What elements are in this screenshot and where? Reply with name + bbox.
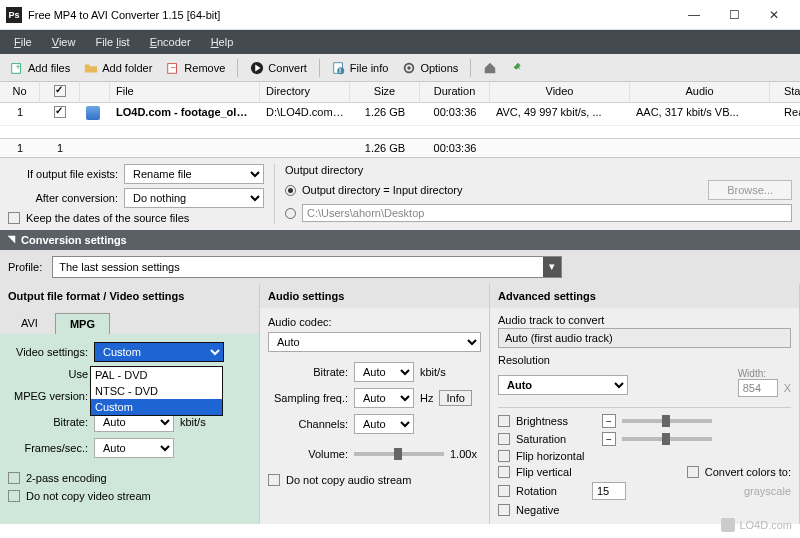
outdir-custom-radio[interactable] [285, 208, 296, 219]
tab-mpg[interactable]: MPG [55, 313, 110, 335]
audio-panel-header: Audio settings [260, 284, 489, 308]
menu-encoder[interactable]: Encoder [140, 32, 201, 52]
col-dir[interactable]: Directory [260, 82, 350, 102]
menu-file[interactable]: File [4, 32, 42, 52]
flip-h-checkbox[interactable] [498, 450, 510, 462]
convert-button[interactable]: Convert [244, 58, 313, 78]
checkbox-icon[interactable] [54, 85, 66, 97]
fps-select[interactable]: Auto [94, 438, 174, 458]
grayscale-label: grayscale [744, 485, 791, 497]
flip-h-label: Flip horizontal [516, 450, 584, 462]
folder-icon [84, 61, 98, 75]
rotation-checkbox[interactable] [498, 485, 510, 497]
video-bitrate-unit: kbit/s [180, 416, 206, 428]
col-file[interactable]: File [110, 82, 260, 102]
dropdown-option[interactable]: Custom [91, 399, 222, 415]
minus-icon[interactable]: − [602, 414, 616, 428]
menu-view[interactable]: View [42, 32, 86, 52]
saturation-slider[interactable] [622, 437, 712, 441]
after-conv-select[interactable]: Do nothing [124, 188, 264, 208]
options-button[interactable]: Options [396, 58, 464, 78]
add-files-button[interactable]: + Add files [4, 58, 76, 78]
table-footer: 1 1 1.26 GB 00:03:36 [0, 138, 800, 157]
no-copy-audio-checkbox[interactable] [268, 474, 280, 486]
menu-help[interactable]: Help [201, 32, 244, 52]
svg-point-9 [408, 66, 412, 70]
add-folder-button[interactable]: Add folder [78, 58, 158, 78]
tab-avi[interactable]: AVI [6, 312, 53, 334]
convert-colors-checkbox[interactable] [687, 466, 699, 478]
sampling-freq-label: Sampling freq.: [268, 392, 348, 404]
file-info-button[interactable]: i File info [326, 58, 395, 78]
audio-codec-select[interactable]: Auto [268, 332, 481, 352]
remove-icon: − [166, 61, 180, 75]
if-exists-select[interactable]: Rename file [124, 164, 264, 184]
advanced-panel: Advanced settings Audio track to convert… [490, 284, 800, 524]
add-folder-label: Add folder [102, 62, 152, 74]
brightness-slider[interactable] [622, 419, 712, 423]
col-audio[interactable]: Audio [630, 82, 770, 102]
flip-v-checkbox[interactable] [498, 466, 510, 478]
cell-file: LO4D.com - footage_oldharry... [110, 103, 260, 125]
brightness-label: Brightness [516, 415, 596, 427]
add-files-label: Add files [28, 62, 70, 74]
outdir-path-input[interactable] [302, 204, 792, 222]
home-button[interactable] [477, 58, 503, 78]
convert-colors-label: Convert colors to: [705, 466, 791, 478]
browse-button[interactable]: Browse... [708, 180, 792, 200]
home-icon [483, 61, 497, 75]
brightness-checkbox[interactable] [498, 415, 510, 427]
sampling-freq-select[interactable]: Auto [354, 388, 414, 408]
minimize-button[interactable]: — [674, 2, 714, 28]
negative-checkbox[interactable] [498, 504, 510, 516]
pin-button[interactable] [505, 58, 531, 78]
col-video[interactable]: Video [490, 82, 630, 102]
settings-panels: Output file format / Video settings AVI … [0, 284, 800, 524]
width-label: Width: [738, 368, 791, 379]
audio-bitrate-select[interactable]: Auto [354, 362, 414, 382]
maximize-button[interactable]: ☐ [714, 2, 754, 28]
close-button[interactable]: ✕ [754, 2, 794, 28]
cell-dir: D:\LO4D.com\... [260, 103, 350, 125]
video-panel: Output file format / Video settings AVI … [0, 284, 260, 524]
keep-dates-checkbox[interactable] [8, 212, 20, 224]
col-check[interactable] [40, 82, 80, 102]
minus-icon[interactable]: − [602, 432, 616, 446]
dropdown-option[interactable]: NTSC - DVD [91, 383, 222, 399]
no-copy-video-checkbox[interactable] [8, 490, 20, 502]
two-pass-checkbox[interactable] [8, 472, 20, 484]
info-button[interactable]: Info [439, 390, 471, 406]
dropdown-option[interactable]: PAL - DVD [91, 367, 222, 383]
rotation-label: Rotation [516, 485, 586, 497]
col-duration[interactable]: Duration [420, 82, 490, 102]
col-no[interactable]: No [0, 82, 40, 102]
volume-value: 1.00x [450, 448, 477, 460]
menu-filelist[interactable]: File list [85, 32, 139, 52]
width-input[interactable] [738, 379, 778, 397]
rotation-input[interactable] [592, 482, 626, 500]
audio-track-value[interactable]: Auto (first audio track) [498, 328, 791, 348]
keep-dates-label: Keep the dates of the source files [26, 212, 189, 224]
video-panel-header: Output file format / Video settings [0, 284, 259, 308]
pin-icon [511, 61, 525, 75]
outdir-same-radio[interactable] [285, 185, 296, 196]
col-status[interactable]: Status [770, 82, 800, 102]
col-size[interactable]: Size [350, 82, 420, 102]
channels-select[interactable]: Auto [354, 414, 414, 434]
saturation-label: Saturation [516, 433, 596, 445]
saturation-checkbox[interactable] [498, 433, 510, 445]
video-settings-select[interactable]: Custom [94, 342, 224, 362]
row-checkbox[interactable] [54, 106, 66, 118]
resolution-select[interactable]: Auto [498, 375, 628, 395]
profile-bar: Profile: The last session settings ▾ [0, 250, 800, 284]
convert-label: Convert [268, 62, 307, 74]
cell-audio: AAC, 317 kbit/s VB... [630, 103, 770, 125]
conversion-settings-header[interactable]: Conversion settings [0, 230, 800, 250]
volume-slider[interactable] [354, 452, 444, 456]
advanced-panel-header: Advanced settings [490, 284, 799, 308]
table-row[interactable]: 1 LO4D.com - footage_oldharry... D:\LO4D… [0, 103, 800, 126]
remove-button[interactable]: − Remove [160, 58, 231, 78]
resolution-label: Resolution [498, 354, 791, 366]
video-settings-label: Video settings: [8, 346, 88, 358]
profile-select[interactable]: The last session settings ▾ [52, 256, 562, 278]
